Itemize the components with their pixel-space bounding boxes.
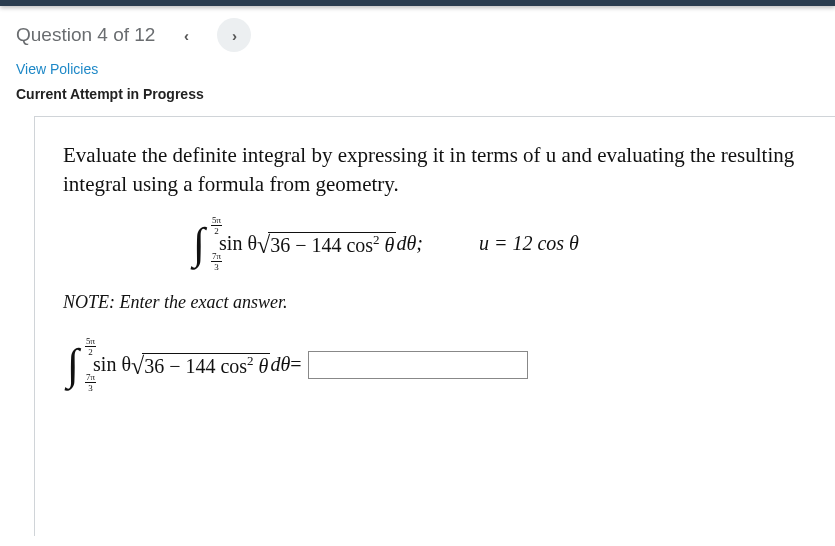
integral-expression: ∫ 5π 2 7π 3 sin θ sin θ [193, 222, 423, 266]
answer-integral: ∫ 5π 2 7π 3 sin θ √ [67, 343, 302, 387]
answer-input[interactable] [308, 351, 528, 379]
equals-sign: = [290, 353, 301, 376]
sqrt-expression: √ 36 − 144 cos2 θ [257, 232, 396, 256]
substitution: u = 12 cos θ [479, 232, 579, 255]
integral-sign: ∫ 5π 2 7π 3 [193, 222, 205, 266]
note: NOTE: Enter the exact answer. [63, 292, 807, 313]
prev-question-button[interactable]: ‹ [169, 18, 203, 52]
question-prompt: Evaluate the definite integral by expres… [63, 141, 807, 200]
attempt-status: Current Attempt in Progress [0, 78, 835, 116]
policies-row: View Policies [0, 60, 835, 78]
next-question-button[interactable]: › [217, 18, 251, 52]
question-number: Question 4 of 12 [16, 24, 155, 46]
integral-sign-answer: ∫ 5π 2 7π 3 [67, 343, 79, 387]
view-policies-link[interactable]: View Policies [16, 61, 98, 77]
integral-row: ∫ 5π 2 7π 3 sin θ sin θ [63, 222, 807, 266]
d-theta: dθ; [396, 232, 422, 255]
answer-row: ∫ 5π 2 7π 3 sin θ √ [63, 343, 807, 387]
question-header: Question 4 of 12 ‹ › [0, 6, 835, 60]
question-panel: Evaluate the definite integral by expres… [34, 116, 835, 536]
integrand-sin-theta: sin θ [219, 232, 257, 255]
